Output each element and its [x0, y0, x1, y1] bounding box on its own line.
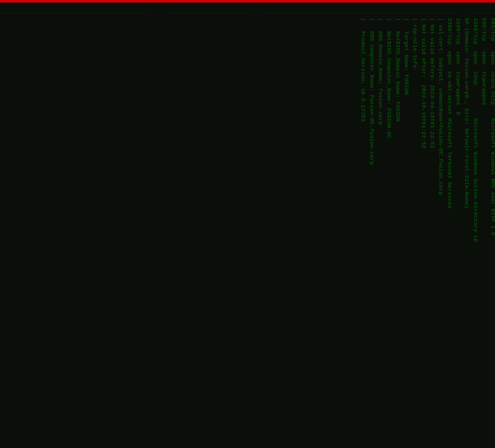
line-product-version: | Product_Version: 10.0.17763	[359, 18, 367, 242]
line-636-tcp: 636/tcp open tcpwrapped	[480, 18, 488, 242]
line-netbios-computer: | NetBIOS_Computer_Name: FUSION-DC	[384, 18, 393, 242]
line-593-tcp: 593/tcp open ncacn_http Microsoft Window…	[488, 18, 495, 242]
line-dns-domain: | DNS_Domain_Name: fusion.corp	[376, 18, 384, 242]
line-3268-tcp-cont: AP (Domain: fusion.corp0., Site: Default…	[462, 18, 471, 242]
line-ssl-cert: | ssl-cert: Subject: commonName=Fusion-D…	[436, 18, 445, 242]
line-not-valid-before: | Not valid before: 2023-04-19T01:22:52	[428, 18, 436, 242]
matrix-background: 0101100101011001010011010101100101 10100…	[0, 0, 495, 448]
line-not-valid-after: |_Not valid after: 2023-10-19T01:22:52	[419, 18, 427, 242]
line-3269-tcp: 3269/tcp open tcpwrapped 0	[454, 18, 462, 242]
top-bar	[0, 0, 495, 3]
line-netbios-domain: | NetBIOS_Domain_Name: FUSION	[393, 18, 402, 242]
terminal-output: 53/tcp open domain Simple DNS Plus 80/tc…	[356, 12, 495, 249]
line-rdp-ntlm-info: | rdp-ntlm-info:	[410, 18, 419, 242]
line-3268-tcp: 3268/tcp open ldap Microsoft Windows Act…	[471, 18, 479, 242]
line-3389-tcp: 3389/tcp open ms-wbt-server Microsoft Te…	[445, 18, 453, 242]
line-target-name: | Target_Name: FUSION	[402, 18, 410, 242]
line-dns-computer: | DNS_Computer_Name: Fusion-DC.fusion.co…	[367, 18, 376, 242]
